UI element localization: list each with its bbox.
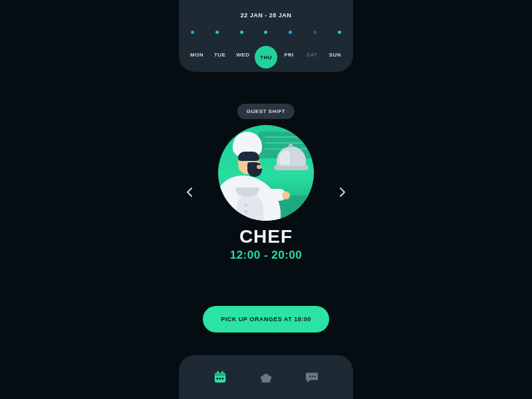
- selected-day-label: THU: [260, 55, 272, 61]
- svg-rect-2: [217, 378, 219, 380]
- chef-hat-icon: [259, 370, 273, 384]
- day-dot: [338, 31, 341, 34]
- shift-task-button[interactable]: PICK UP ORANGES AT 18:00: [203, 306, 329, 332]
- app-screen: 22 JAN - 28 JAN MON TUE WED THU FRI SAT …: [179, 0, 353, 399]
- calendar-icon: [213, 370, 227, 384]
- day-dot: [264, 31, 267, 34]
- chat-icon: [305, 370, 319, 384]
- guest-shift-badge: GUEST SHIFT: [237, 104, 295, 119]
- day-dot: [313, 31, 317, 34]
- chevron-right-icon: [339, 188, 345, 197]
- role-illustration: [218, 125, 314, 221]
- prev-shift-button[interactable]: [187, 188, 193, 199]
- weekday-tab[interactable]: TUE: [210, 52, 230, 58]
- weekday-tab[interactable]: FRI: [279, 52, 299, 58]
- svg-point-8: [311, 376, 313, 377]
- day-dot: [215, 31, 219, 34]
- svg-rect-4: [222, 378, 224, 380]
- weekday-tab[interactable]: SAT: [302, 52, 322, 58]
- week-header: 22 JAN - 28 JAN MON TUE WED THU FRI SAT …: [179, 0, 353, 72]
- shift-hours: 12:00 - 20:00: [179, 249, 353, 262]
- svg-rect-1: [215, 373, 226, 376]
- weekday-tab[interactable]: WED: [233, 52, 253, 58]
- day-dot: [240, 31, 243, 34]
- svg-rect-5: [217, 371, 219, 374]
- svg-point-9: [314, 376, 315, 377]
- weekday-tab[interactable]: SUN: [325, 52, 345, 58]
- svg-rect-6: [222, 371, 223, 374]
- tab-staff[interactable]: [259, 370, 273, 384]
- day-dot: [191, 31, 194, 34]
- tab-chat[interactable]: [305, 370, 319, 384]
- svg-rect-3: [219, 378, 221, 380]
- selected-day-pill[interactable]: THU: [255, 46, 277, 68]
- bottom-tab-bar: [179, 355, 353, 399]
- date-range-label: 22 JAN - 28 JAN: [179, 12, 353, 19]
- svg-point-7: [309, 376, 311, 377]
- weekday-tab[interactable]: MON: [187, 52, 207, 58]
- tab-schedule[interactable]: [213, 370, 227, 384]
- next-shift-button[interactable]: [339, 188, 345, 199]
- chevron-left-icon: [187, 188, 193, 197]
- day-dot: [289, 31, 292, 34]
- shift-role-title: CHEF: [179, 226, 353, 247]
- day-activity-dots: [191, 31, 341, 34]
